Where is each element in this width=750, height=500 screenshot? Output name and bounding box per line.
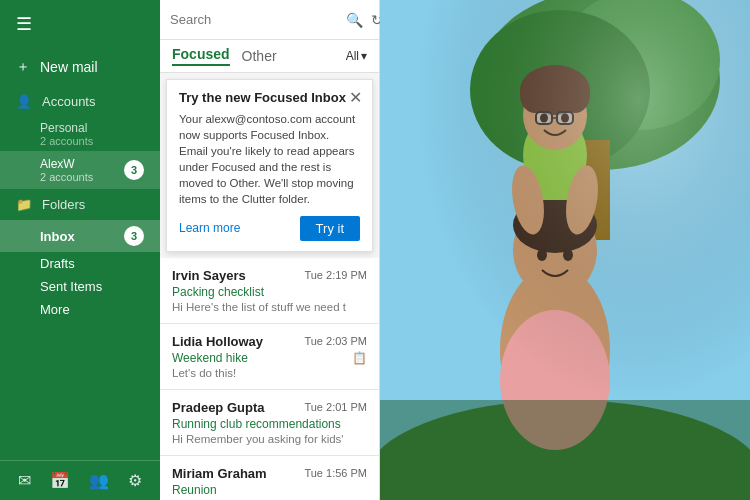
tabs-bar: Focused Other All ▾ <box>160 40 379 73</box>
sent-label: Sent Items <box>40 279 102 294</box>
personal-sub: 2 accounts <box>40 135 144 147</box>
drafts-folder[interactable]: Drafts <box>0 252 160 275</box>
personal-account[interactable]: Personal 2 accounts <box>0 117 160 151</box>
personal-label: Personal <box>40 121 144 135</box>
learn-more-link[interactable]: Learn more <box>179 221 240 235</box>
more-label: More <box>40 302 70 317</box>
notification-close-button[interactable]: ✕ <box>349 88 362 107</box>
inbox-folder[interactable]: Inbox 3 <box>0 220 160 252</box>
email-preview-2: Hi Remember you asking for kids' <box>172 433 367 445</box>
svg-rect-26 <box>380 0 750 500</box>
accounts-label: Accounts <box>42 94 95 109</box>
notification-actions: Learn more Try it <box>179 216 360 241</box>
email-list: Irvin Sayers Tue 2:19 PM Packing checkli… <box>160 258 379 500</box>
focused-inbox-notification: Try the new Focused Inbox Your alexw@con… <box>166 79 373 252</box>
email-sender-2: Pradeep Gupta <box>172 400 264 415</box>
inbox-label: Inbox <box>40 229 75 244</box>
email-subject-2: Running club recommendations <box>172 417 367 431</box>
settings-bottom-icon[interactable]: ⚙ <box>128 471 142 490</box>
sidebar-bottom-nav: ✉ 📅 👥 ⚙ <box>0 460 160 500</box>
sidebar-header: ☰ <box>0 0 160 48</box>
accounts-section[interactable]: 👤 Accounts <box>0 86 160 117</box>
email-item-3[interactable]: Miriam Graham Tue 1:56 PM Reunion Hi I j… <box>160 456 379 500</box>
tab-focused[interactable]: Focused <box>172 46 230 66</box>
calendar-bottom-icon[interactable]: 📅 <box>50 471 70 490</box>
chevron-down-icon: ▾ <box>361 49 367 63</box>
plus-icon: ＋ <box>16 58 30 76</box>
email-time-1: Tue 2:03 PM <box>304 335 367 347</box>
notification-title: Try the new Focused Inbox <box>179 90 360 105</box>
sent-folder[interactable]: Sent Items <box>0 275 160 298</box>
email-item-0[interactable]: Irvin Sayers Tue 2:19 PM Packing checkli… <box>160 258 379 324</box>
inbox-badge: 3 <box>124 226 144 246</box>
email-item-2[interactable]: Pradeep Gupta Tue 2:01 PM Running club r… <box>160 390 379 456</box>
email-time-3: Tue 1:56 PM <box>304 467 367 479</box>
family-photo <box>380 0 750 500</box>
photo-area <box>380 0 750 500</box>
email-preview-1: Let's do this! <box>172 367 367 379</box>
email-time-2: Tue 2:01 PM <box>304 401 367 413</box>
email-item-1[interactable]: Lidia Holloway Tue 2:03 PM Weekend hike … <box>160 324 379 390</box>
search-icon[interactable]: 🔍 <box>346 12 363 28</box>
email-subject-0: Packing checklist <box>172 285 367 299</box>
folders-label: Folders <box>42 197 85 212</box>
alexw-badge: 3 <box>124 160 144 180</box>
calendar-icon-1: 📋 <box>352 351 367 365</box>
person-icon: 👤 <box>16 94 32 109</box>
hamburger-icon[interactable]: ☰ <box>16 13 32 35</box>
more-folder[interactable]: More <box>0 298 160 321</box>
notification-body: Your alexw@contoso.com account now suppo… <box>179 111 360 208</box>
alexw-label: AlexW <box>40 157 93 171</box>
email-panel: 🔍 ↻ ≡ Focused Other All ▾ Try the new Fo… <box>160 0 380 500</box>
email-sender-1: Lidia Holloway <box>172 334 263 349</box>
email-sender-3: Miriam Graham <box>172 466 267 481</box>
email-preview-0: Hi Here's the list of stuff we need t <box>172 301 367 313</box>
new-mail-label: New mail <box>40 59 98 75</box>
sidebar: ☰ ＋ New mail 👤 Accounts Personal 2 accou… <box>0 0 160 500</box>
email-time-0: Tue 2:19 PM <box>304 269 367 281</box>
mail-bottom-icon[interactable]: ✉ <box>18 471 31 490</box>
alexw-sub: 2 accounts <box>40 171 93 183</box>
folders-section: 📁 Folders <box>0 189 160 220</box>
folder-icon: 📁 <box>16 197 32 212</box>
try-it-button[interactable]: Try it <box>300 216 360 241</box>
people-bottom-icon[interactable]: 👥 <box>89 471 109 490</box>
filter-label: All <box>346 49 359 63</box>
tab-other[interactable]: Other <box>242 48 277 64</box>
new-mail-button[interactable]: ＋ New mail <box>0 48 160 86</box>
email-sender-0: Irvin Sayers <box>172 268 246 283</box>
search-bar: 🔍 ↻ ≡ <box>160 0 379 40</box>
email-subject-1: Weekend hike 📋 <box>172 351 367 365</box>
alexw-account[interactable]: AlexW 2 accounts 3 <box>0 151 160 189</box>
drafts-label: Drafts <box>40 256 75 271</box>
search-input[interactable] <box>170 12 338 27</box>
filter-dropdown[interactable]: All ▾ <box>346 49 367 63</box>
email-subject-3: Reunion <box>172 483 367 497</box>
